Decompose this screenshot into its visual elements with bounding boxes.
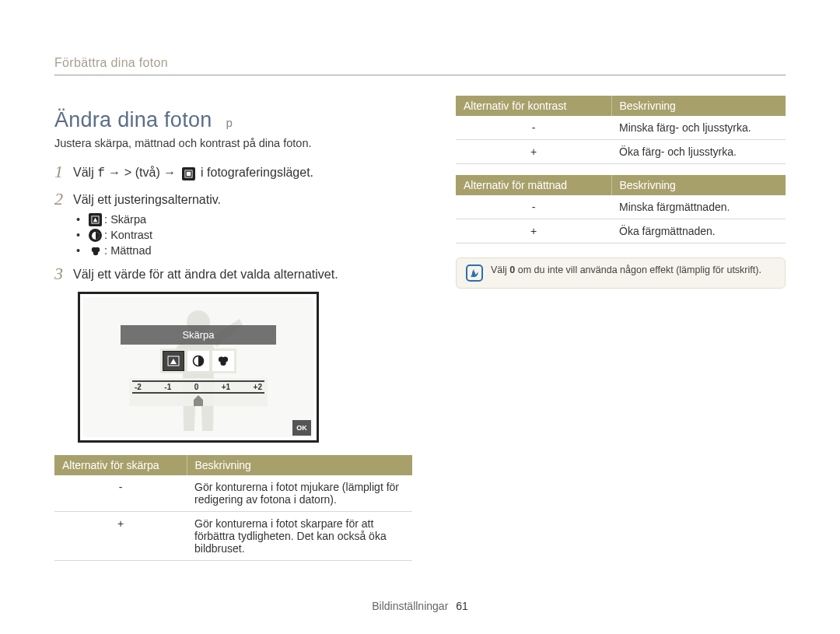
bullet-contrast: : Kontrast [76, 229, 412, 242]
step-text: i fotograferingsläget. [198, 166, 313, 179]
bullet-text: : Skärpa [104, 213, 146, 226]
page-title-text: Ändra dina foton [54, 108, 212, 131]
lcd-title: Skärpa [121, 325, 276, 345]
contrast-icon [89, 229, 102, 242]
step-text: Välj [73, 166, 97, 179]
ok-badge: OK [292, 420, 311, 436]
cell-desc: Gör konturerna i fotot mjukare (lämpligt… [187, 475, 412, 512]
step-body: Välj ett värde för att ändra det valda a… [73, 265, 412, 283]
bullet-text: : Mättnad [104, 244, 151, 257]
note-text: Välj 0 om du inte vill använda någon eff… [491, 264, 761, 275]
table-header: Beskrivning [187, 455, 412, 475]
cell-symbol: + [54, 511, 187, 560]
step-2: 2 Välj ett justeringsalternativ. : Skärp… [54, 191, 412, 257]
svg-point-6 [93, 250, 97, 255]
gt-icon: > [124, 166, 132, 180]
step-1: 1 Välj f → > (två) → i fotograferingsläg… [54, 163, 412, 183]
contrast-icon [187, 351, 209, 371]
table-row: + Gör konturerna i fotot skarpare för at… [54, 511, 412, 560]
table-row: - Gör konturerna i fotot mjukare (lämpli… [54, 475, 412, 512]
step-number: 3 [54, 265, 73, 282]
bullet-sharpness: : Skärpa [76, 213, 412, 226]
cell-desc: Öka färgmättnaden. [611, 219, 786, 243]
cell-symbol: + [456, 140, 611, 164]
cell-symbol: - [456, 195, 611, 219]
cell-symbol: - [456, 116, 611, 140]
footer-section: Bildinställningar [372, 600, 448, 612]
sharpness-table: Alternativ för skärpa Beskrivning - Gör … [54, 455, 412, 561]
tick: -1 [164, 383, 171, 391]
page-title: Ändra dina foton p [54, 108, 412, 132]
contrast-table: Alternativ för kontrast Beskrivning - Mi… [456, 96, 786, 164]
table-header: Beskrivning [611, 96, 786, 116]
cell-desc: Gör konturerna i fotot skarpare för att … [187, 511, 412, 560]
cell-desc: Minska färg- och ljusstyrka. [611, 116, 786, 140]
table-header: Alternativ för kontrast [456, 96, 611, 116]
saturation-icon [89, 244, 102, 257]
table-row: + Öka färgmättnaden. [456, 219, 786, 243]
column-left: Ändra dina foton p Justera skärpa, mättn… [54, 96, 412, 572]
svg-point-12 [220, 359, 226, 365]
two-column-layout: Ändra dina foton p Justera skärpa, mättn… [54, 96, 786, 572]
adjust-icon [182, 167, 195, 180]
page-title-suffix: p [226, 117, 233, 131]
cell-symbol: - [54, 475, 187, 512]
note-text-part: om du inte vill använda någon effekt (lä… [515, 264, 761, 275]
step-number: 2 [54, 191, 73, 208]
tick: -2 [135, 383, 142, 391]
table-header: Alternativ för skärpa [54, 455, 187, 475]
sharpness-icon [163, 351, 184, 371]
page: Förbättra dina foton Ändra dina foton p … [0, 0, 840, 603]
breadcrumb: Förbättra dina foton [54, 56, 786, 75]
cell-symbol: + [456, 219, 611, 243]
table-header: Beskrivning [611, 175, 786, 195]
step-body: Välj ett justeringsalternativ. [73, 191, 412, 208]
lcd-scale: -2 -1 0 +1 +2 [129, 378, 268, 406]
lcd-icon-row [160, 349, 236, 373]
step-body: Välj f → > (två) → i fotograferingsläget… [73, 163, 412, 183]
column-right: Alternativ för kontrast Beskrivning - Mi… [456, 96, 786, 572]
table-header: Alternativ för mättnad [456, 175, 611, 195]
cell-desc: Öka färg- och ljusstyrka. [611, 140, 786, 164]
table-row: - Minska färgmättnaden. [456, 195, 786, 219]
note-box: Välj 0 om du inte vill använda någon eff… [456, 257, 786, 289]
step-number: 1 [54, 163, 73, 180]
footer-page-number: 61 [456, 600, 468, 612]
lcd-preview: Skärpa -2 [78, 292, 319, 443]
page-subheading: Justera skärpa, mättnad och kontrast på … [54, 137, 412, 149]
bullet-text: : Kontrast [104, 229, 152, 241]
steps-list: 1 Välj f → > (två) → i fotograferingsläg… [54, 163, 412, 284]
cell-desc: Minska färgmättnaden. [611, 195, 786, 219]
table-row: - Minska färg- och ljusstyrka. [456, 116, 786, 140]
step-token-twice: (två) [135, 166, 163, 179]
saturation-table: Alternativ för mättnad Beskrivning - Min… [456, 175, 786, 243]
tick: 0 [194, 383, 199, 391]
sharpness-icon [89, 213, 102, 226]
table-row: + Öka färg- och ljusstyrka. [456, 140, 786, 164]
note-text-part: Välj [491, 264, 509, 275]
scale-marker-icon [192, 395, 205, 406]
tick: +1 [222, 383, 230, 391]
page-footer: Bildinställningar 61 [0, 600, 840, 612]
saturation-icon [212, 351, 234, 371]
note-icon [466, 264, 483, 282]
arrow-icon: → [163, 166, 179, 179]
tick: +2 [254, 383, 262, 391]
arrow-icon: → [108, 166, 124, 179]
step-3: 3 Välj ett värde för att ändra det valda… [54, 265, 412, 283]
bullet-list: : Skärpa : Kontrast : Mättnad [76, 213, 412, 257]
bullet-saturation: : Mättnad [76, 244, 412, 257]
step-token-f: f [97, 166, 105, 180]
svg-rect-1 [186, 172, 191, 177]
